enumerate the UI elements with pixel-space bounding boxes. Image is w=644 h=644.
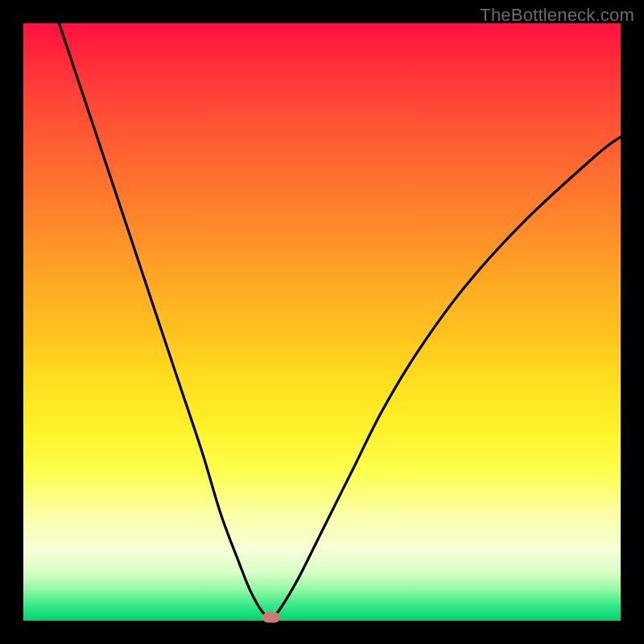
bottleneck-curve (23, 23, 621, 621)
minimum-marker (262, 612, 280, 622)
chart-frame: TheBottleneck.com (0, 0, 644, 644)
plot-area (23, 23, 621, 621)
